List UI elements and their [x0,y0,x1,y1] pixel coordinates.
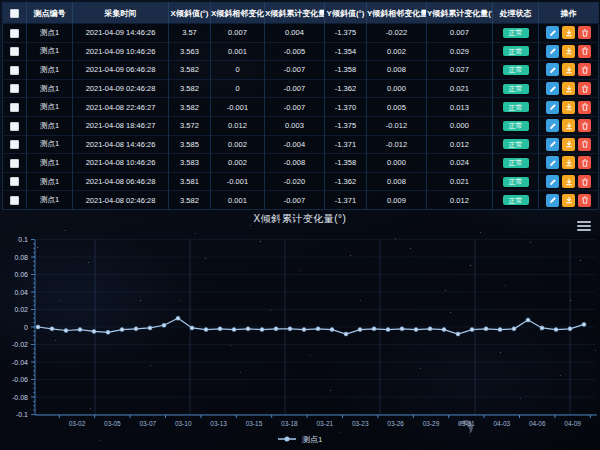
y-cumulative-change-cell: 0.024 [427,154,493,173]
delete-button[interactable] [578,138,591,151]
x-cumulative-change-cell: -0.004 [265,135,325,154]
row-checkbox[interactable] [10,47,19,56]
delete-button[interactable] [578,63,591,76]
table-row: 测点12021-04-09 06:46:283.5820-0.007-1.358… [3,61,599,80]
y-tilt-value-cell: -1.362 [325,172,367,191]
status-badge: 正常 [503,84,529,94]
x-cumulative-change-cell: -0.005 [265,42,325,61]
collect-time-cell: 2021-04-09 14:46:26 [73,24,169,43]
download-button[interactable] [562,26,575,39]
status-badge: 正常 [503,102,529,112]
edit-button[interactable] [546,45,559,58]
x-cumulative-change-cell: -0.007 [265,79,325,98]
svg-text:-0.02: -0.02 [12,341,28,348]
collect-time-cell: 2021-04-08 22:46:27 [73,98,169,117]
y-adjacent-change-cell: 0.005 [367,98,427,117]
svg-text:04-06: 04-06 [529,420,546,427]
row-checkbox[interactable] [10,66,19,75]
y-tilt-value-cell: -1.358 [325,61,367,80]
svg-text:03-10: 03-10 [175,420,192,427]
y-adjacent-change-cell: 0.000 [367,79,427,98]
point-name-cell: 测点1 [27,116,73,135]
edit-button[interactable] [546,101,559,114]
svg-text:03-21: 03-21 [316,420,333,427]
y-cumulative-change-cell: 0.000 [427,116,493,135]
column-header: X倾斜值(°) [169,3,211,24]
status-cell: 正常 [493,42,539,61]
checkbox-cell [3,154,27,173]
svg-text:-0.06: -0.06 [12,376,28,383]
row-checkbox[interactable] [10,84,19,93]
column-header: X倾斜相邻变化量(°) [211,3,265,24]
edit-button[interactable] [546,26,559,39]
checkbox-cell [3,79,27,98]
x-cumulative-change-cell: -0.020 [265,172,325,191]
actions-cell [539,79,599,98]
edit-button[interactable] [546,82,559,95]
y-adjacent-change-cell: -0.012 [367,135,427,154]
status-cell: 正常 [493,135,539,154]
delete-button[interactable] [578,82,591,95]
svg-text:-0.1: -0.1 [16,411,28,418]
download-button[interactable] [562,175,575,188]
x-tilt-value-cell: 3.582 [169,98,211,117]
chart-toolbox-menu-icon[interactable] [577,221,591,232]
row-checkbox[interactable] [10,103,19,112]
delete-button[interactable] [578,156,591,169]
download-button[interactable] [562,101,575,114]
edit-button[interactable] [546,63,559,76]
actions-cell [539,135,599,154]
x-cumulative-change-cell: 0.003 [265,116,325,135]
actions-cell [539,24,599,43]
delete-button[interactable] [578,45,591,58]
y-tilt-value-cell: -1.375 [325,116,367,135]
download-button[interactable] [562,156,575,169]
status-badge: 正常 [503,46,529,56]
edit-button[interactable] [546,138,559,151]
line-chart: 0.10.080.060.040.020-0.02-0.04-0.06-0.08… [0,205,600,450]
download-button[interactable] [562,82,575,95]
chart-legend[interactable]: 测点1 [0,434,600,445]
select-all-header [3,3,27,24]
download-button[interactable] [562,119,575,132]
row-checkbox[interactable] [10,29,19,38]
y-cumulative-change-cell: 0.029 [427,42,493,61]
y-adjacent-change-cell: 0.008 [367,172,427,191]
row-checkbox[interactable] [10,140,19,149]
row-checkbox[interactable] [10,177,19,186]
x-cumulative-change-cell: -0.008 [265,154,325,173]
row-checkbox[interactable] [10,159,19,168]
select-all-checkbox[interactable] [10,9,19,18]
table-row: 测点12021-04-09 10:46:263.5630.001-0.005-1… [3,42,599,61]
actions-cell [539,172,599,191]
actions-cell [539,42,599,61]
row-checkbox[interactable] [10,196,19,205]
edit-button[interactable] [546,156,559,169]
x-tilt-value-cell: 3.582 [169,61,211,80]
status-cell: 正常 [493,116,539,135]
edit-button[interactable] [546,119,559,132]
delete-button[interactable] [578,26,591,39]
point-name-cell: 测点1 [27,24,73,43]
row-checkbox[interactable] [10,122,19,131]
collect-time-cell: 2021-04-08 18:46:27 [73,116,169,135]
svg-text:04-09: 04-09 [564,420,581,427]
svg-text:03-15: 03-15 [246,420,263,427]
column-header: Y倾斜值(°) [325,3,367,24]
svg-text:-0.08: -0.08 [12,394,28,401]
x-adjacent-change-cell: 0.001 [211,42,265,61]
delete-button[interactable] [578,119,591,132]
y-tilt-value-cell: -1.371 [325,135,367,154]
x-tilt-value-cell: 3.581 [169,172,211,191]
download-button[interactable] [562,45,575,58]
download-button[interactable] [562,138,575,151]
delete-button[interactable] [578,101,591,114]
status-badge: 正常 [503,65,529,75]
x-adjacent-change-cell: 0.012 [211,116,265,135]
delete-button[interactable] [578,175,591,188]
edit-button[interactable] [546,175,559,188]
status-badge: 正常 [503,139,529,149]
svg-text:03-23: 03-23 [352,420,369,427]
chart-canvas: 0.10.080.060.040.020-0.02-0.04-0.06-0.08… [0,205,600,450]
download-button[interactable] [562,63,575,76]
